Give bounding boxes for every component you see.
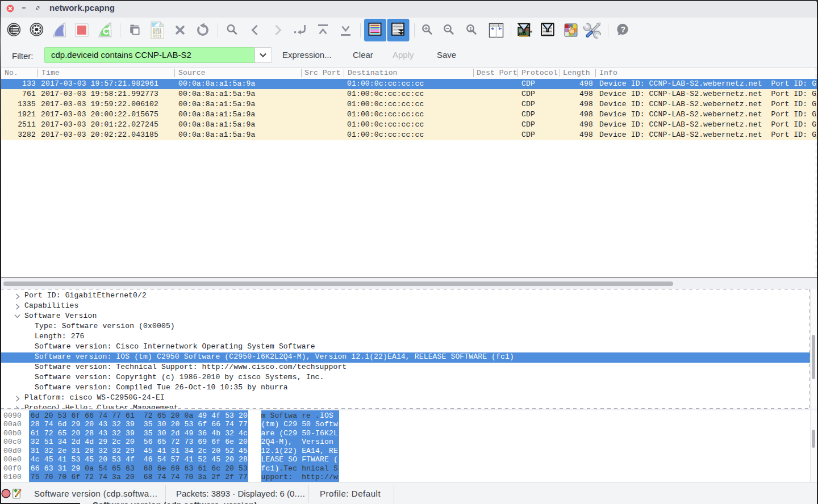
svg-text:1: 1 [469,26,472,32]
svg-text:0111: 0111 [153,35,161,39]
svg-text:?: ? [621,25,626,34]
